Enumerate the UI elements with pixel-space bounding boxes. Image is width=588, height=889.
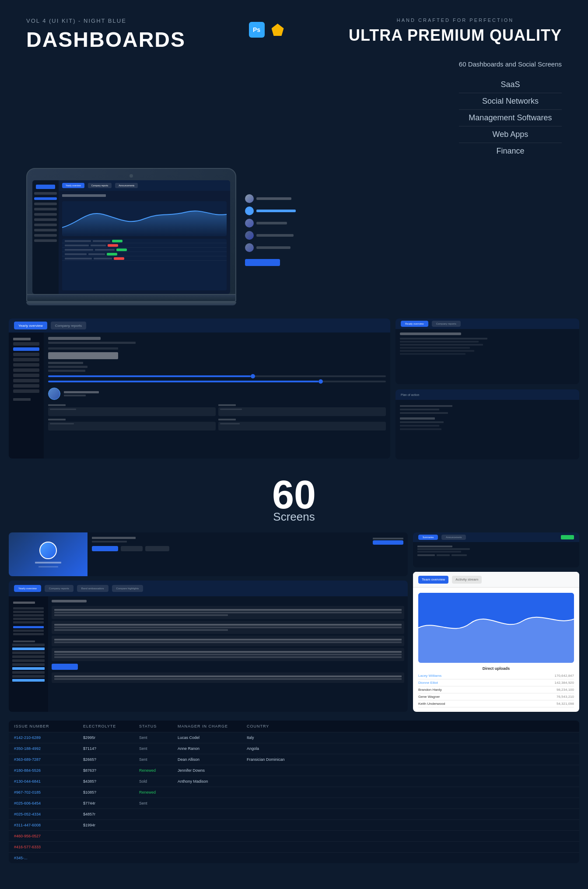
td-issue: #025-052-4334: [14, 812, 80, 816]
support-content: [48, 596, 408, 712]
chart-tab-active[interactable]: Team overview: [418, 576, 448, 584]
support-header: Yearly overview Company reports Band amb…: [9, 581, 408, 596]
ambassador-tab[interactable]: Band ambassadors: [77, 585, 108, 592]
td-issue: #130-044-6841: [14, 779, 80, 784]
td-issue: #416-577-6333: [14, 845, 80, 849]
upload-name: Keith Underwood: [418, 702, 445, 706]
screens-number: 60: [272, 475, 316, 514]
td-country: Fransician Dominican: [247, 757, 299, 762]
td-issue: #180-884-5526: [14, 768, 80, 773]
feature-saas: SaaS: [459, 77, 562, 93]
company-tab[interactable]: Company reports: [51, 322, 86, 329]
data-table-section: ISSUE NUMBER ELECTROLYTE STATUS MANAGER …: [0, 721, 588, 863]
data-table: ISSUE NUMBER ELECTROLYTE STATUS MANAGER …: [9, 721, 579, 863]
td-amount: $2995r: [83, 735, 136, 740]
laptop-camera: [130, 174, 133, 178]
td-status: Sold: [139, 779, 174, 784]
upload-value: 98,234,100: [556, 688, 574, 692]
exceptional-section: Exceptional dashboard UIs with a premium…: [0, 872, 588, 889]
sketch-icon: [270, 22, 286, 38]
td-status: Sent: [139, 801, 174, 805]
yearly-tab[interactable]: Yearly overview: [14, 322, 47, 329]
yearly-tab-support[interactable]: Yearly overview: [14, 585, 41, 592]
td-status: Renewed: [139, 768, 174, 773]
company-tab-support[interactable]: Company reports: [45, 585, 74, 592]
right-col-panels: Ready overview Company reports Plan of a…: [396, 318, 579, 459]
app-icons: Ps: [249, 22, 286, 38]
td-issue: #142-210-6289: [14, 735, 80, 740]
upload-name: Gene Wagner: [418, 695, 440, 699]
upload-value: 170,642,847: [555, 674, 574, 678]
chart-body: Direct uploads Lacey Williams 170,642,84…: [413, 588, 579, 712]
upload-name: Lacey Williams: [418, 674, 441, 678]
td-status: Sent: [139, 735, 174, 740]
screens-badge: 60 Screens: [0, 466, 588, 532]
compare-tab[interactable]: Compare highlights: [112, 585, 144, 592]
td-issue: #460-956-0527: [14, 834, 80, 838]
chart-panel-right: Summaries Announcements Team overview Ac…: [413, 532, 579, 712]
upload-row: Lacey Williams 170,642,847: [418, 672, 574, 679]
announcement-panel: Summaries Announcements: [413, 532, 579, 567]
panel-main-content: [44, 332, 390, 458]
ultra-premium-label: ULTRA PREMIUM QUALITY: [349, 26, 562, 45]
faq-item: [52, 606, 404, 619]
left-panels: Yearly overview Company reports Band amb…: [9, 532, 408, 712]
upload-row: Keith Underwood 54,321,098: [418, 700, 574, 707]
blue-wave-chart: [418, 593, 574, 663]
faq-item: [52, 648, 404, 661]
table-row: #025-052-4334 $4857r: [9, 808, 579, 819]
laptop-base: [26, 295, 236, 302]
upload-row: Brandon Hardy 98,234,100: [418, 686, 574, 693]
td-country: Angola: [247, 746, 299, 751]
table-row: #311-447-6008 $1994r: [9, 819, 579, 830]
upload-value: 142,384,920: [555, 681, 574, 685]
main-title: DASHBOARDS: [26, 28, 186, 52]
header-right: HAND CRAFTED FOR PERFECTION ULTRA PREMIU…: [349, 18, 562, 45]
td-amount: $2665?: [83, 757, 136, 762]
support-body: [9, 596, 408, 712]
profile-banner: [9, 532, 408, 576]
td-issue: #345-...: [14, 856, 80, 860]
table-row: #363-689-7287 $2665? Sent Dean Allison F…: [9, 754, 579, 765]
feature-items: SaaS Social Networks Management Software…: [459, 77, 562, 159]
plan-panel: Plan of action: [396, 389, 579, 459]
td-country: Italy: [247, 735, 299, 740]
td-issue: #967-702-0185: [14, 790, 80, 794]
td-manager: Lucas Codel: [178, 735, 243, 740]
table-row: #967-702-0185 $1085? Renewed: [9, 787, 579, 798]
th-manager: MANAGER IN CHARGE: [178, 724, 243, 728]
td-amount: $1085?: [83, 790, 136, 794]
table-row: #180-884-5526 $8763? Renewed Jennifer Do…: [9, 765, 579, 776]
support-panel: Yearly overview Company reports Band amb…: [9, 581, 408, 712]
th-issue: ISSUE NUMBER: [14, 724, 80, 728]
upload-value: 76,543,210: [556, 695, 574, 699]
dashboard-panels-row1: Yearly overview Company reports: [0, 318, 588, 459]
feature-management: Management Softwares: [459, 110, 562, 126]
th-electrolyte: ELECTROLYTE: [83, 724, 136, 728]
table-row: #350-188-4992 $7114? Sent Anne Ranon Ang…: [9, 743, 579, 754]
hand-crafted-label: HAND CRAFTED FOR PERFECTION: [349, 18, 562, 23]
panel-header: Yearly overview Company reports: [9, 318, 390, 332]
feature-section: 60 Dashboards and Social Screens SaaS So…: [0, 60, 588, 159]
upload-name: Brandon Hardy: [418, 688, 442, 692]
upload-name: Dionne Elliot: [418, 681, 438, 685]
table-row: #130-044-6841 $4385? Sold Anthony Madiso…: [9, 776, 579, 787]
faq-item: [52, 636, 404, 646]
td-amount: $4385?: [83, 779, 136, 784]
td-status: Sent: [139, 757, 174, 762]
laptop-stand: [26, 302, 236, 305]
faq-item: [52, 621, 404, 634]
td-status: Renewed: [139, 790, 174, 794]
header-left: VOL 4 (UI KIT) - NIGHT BLUE DASHBOARDS: [26, 18, 186, 52]
faq-item: [52, 672, 404, 683]
table-row: #142-210-6289 $2995r Sent Lucas Codel It…: [9, 732, 579, 743]
td-amount: $7744r: [83, 801, 136, 805]
td-issue: #350-188-4992: [14, 746, 80, 751]
th-country: COUNTRY: [247, 724, 299, 728]
support-chart-row: Yearly overview Company reports Band amb…: [0, 532, 588, 712]
chart-tab-inactive[interactable]: Activity stream: [452, 576, 482, 584]
table-row: #416-577-6333: [9, 841, 579, 852]
table-row: #460-956-0527: [9, 830, 579, 841]
screens-label: Screens: [272, 510, 316, 524]
td-amount: $8763?: [83, 768, 136, 773]
